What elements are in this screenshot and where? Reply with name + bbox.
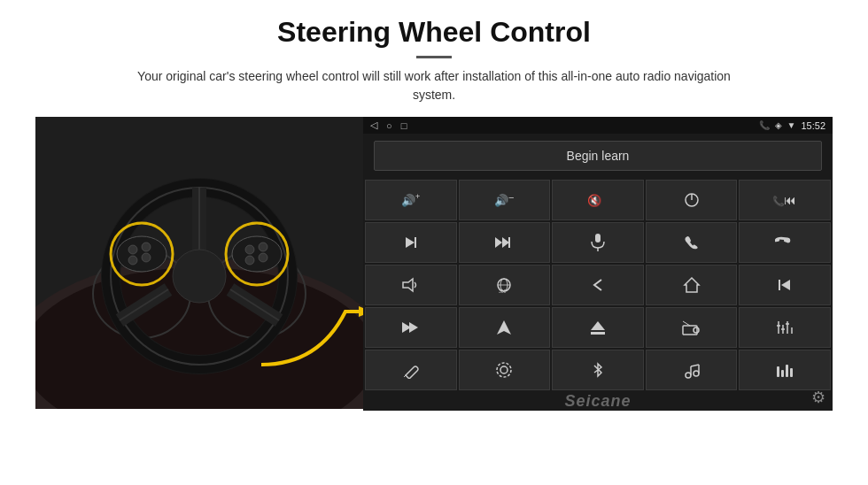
vol-down-button[interactable]: 🔊− [459,180,551,220]
begin-learn-row: Begin learn [363,134,833,178]
page-title: Steering Wheel Control [35,16,833,49]
svg-point-69 [500,366,508,373]
home-icon[interactable]: ○ [386,120,392,131]
prev-call-button[interactable]: 📞⏮ [739,180,831,220]
svg-rect-78 [786,365,788,377]
eject-button[interactable] [552,307,644,348]
svg-point-17 [128,245,137,254]
svg-rect-38 [415,237,416,248]
svg-point-70 [497,363,511,377]
svg-marker-40 [502,237,509,248]
bars-equalizer-button[interactable] [739,350,831,390]
begin-learn-button[interactable]: Begin learn [374,141,822,171]
svg-point-16 [232,236,282,272]
recents-icon[interactable]: □ [401,120,407,131]
bluetooth-button[interactable] [552,350,644,390]
svg-point-24 [259,253,267,262]
power-button[interactable] [646,180,738,220]
fast-forward-button[interactable] [459,222,551,263]
title-section: Steering Wheel Control Your original car… [35,16,833,117]
svg-point-18 [142,242,151,251]
svg-point-19 [128,256,137,265]
svg-point-71 [686,373,691,378]
radio-button[interactable] [646,307,738,348]
svg-text:🔊: 🔊 [494,193,509,208]
svg-text:⏮: ⏮ [784,193,796,207]
svg-point-72 [694,371,699,376]
status-right: 📞 ◈ ▼ 15:52 [759,120,825,131]
svg-point-15 [117,236,167,272]
svg-rect-76 [777,366,779,377]
svg-text:360°: 360° [499,289,508,294]
call-button[interactable] [646,222,738,263]
svg-marker-55 [497,320,511,335]
settings2-button[interactable] [459,350,551,390]
title-divider [416,56,452,58]
seicane-brand: Seicane [564,392,631,411]
steering-wheel-image [35,117,363,409]
svg-point-21 [245,245,254,254]
svg-line-75 [691,365,699,366]
svg-marker-56 [591,321,605,330]
navigation-button[interactable] [459,307,551,348]
svg-text:−: − [508,192,514,203]
pen-button[interactable] [365,350,457,390]
camera-360-button[interactable]: 360° [459,265,551,305]
svg-marker-54 [409,322,418,333]
speaker-button[interactable] [365,265,457,305]
svg-marker-37 [406,237,415,248]
skip-forward-button[interactable] [365,307,457,348]
status-bar: ◁ ○ □ 📞 ◈ ▼ 15:52 [363,117,833,134]
svg-rect-58 [683,326,697,335]
vol-up-button[interactable]: 🔊+ [365,180,457,220]
svg-point-20 [142,253,151,262]
location-icon: ◈ [775,120,782,130]
wifi-icon: ▼ [787,120,796,130]
page-wrapper: Steering Wheel Control Your original car… [0,0,868,485]
phone-icon: 📞 [759,120,770,130]
svg-rect-43 [595,234,601,242]
svg-point-22 [259,242,267,251]
svg-rect-79 [790,368,793,377]
svg-marker-50 [685,278,699,292]
rewind-button[interactable] [739,265,831,305]
svg-rect-57 [591,332,605,335]
end-call-button[interactable] [739,222,831,263]
svg-text:+: + [415,192,420,201]
page-subtitle: Your original car's steering wheel contr… [124,67,744,104]
clock: 15:52 [801,120,825,131]
content-area: ◁ ○ □ 📞 ◈ ▼ 15:52 Begin learn � [35,117,833,409]
svg-line-68 [404,375,406,377]
svg-text:🔊: 🔊 [401,193,416,208]
next-button[interactable] [365,222,457,263]
home-nav-button[interactable] [646,265,738,305]
controls-grid: 🔊+ 🔊− 🔇 📞⏮ [363,178,833,392]
music-button[interactable] [646,350,738,390]
svg-point-59 [694,327,699,333]
status-left: ◁ ○ □ [370,119,407,131]
bottom-bar: Seicane ⚙ [363,392,833,411]
svg-text:🔇: 🔇 [587,193,602,208]
android-ui-panel: ◁ ○ □ 📞 ◈ ▼ 15:52 Begin learn � [363,117,833,409]
svg-marker-45 [403,279,413,291]
svg-text:📞: 📞 [772,195,785,207]
mute-button[interactable]: 🔇 [552,180,644,220]
back-icon[interactable]: ◁ [370,119,377,131]
svg-marker-39 [495,237,502,248]
svg-rect-51 [779,280,780,290]
svg-rect-77 [781,370,784,377]
equalizer-button[interactable] [739,307,831,348]
back-nav-button[interactable] [552,265,644,305]
gear-icon[interactable]: ⚙ [811,388,825,407]
mic-button[interactable] [552,222,644,263]
svg-marker-52 [781,280,790,290]
svg-point-23 [245,256,254,265]
svg-point-14 [173,250,226,303]
